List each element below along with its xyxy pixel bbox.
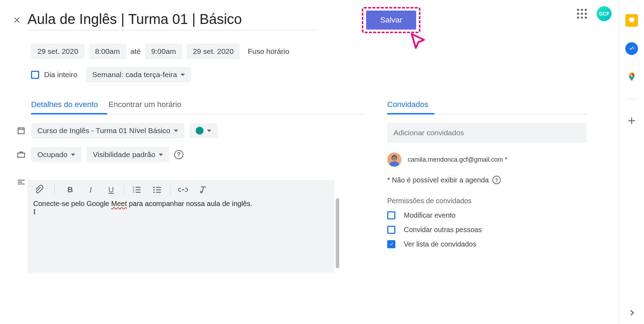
scrollbar[interactable] <box>336 198 339 268</box>
all-day-label: Dia inteiro <box>44 70 78 79</box>
availability-label: Ocupado <box>37 150 67 159</box>
to-label: até <box>130 47 141 56</box>
svg-point-3 <box>153 187 155 188</box>
editor-toolbar: B I U 123 <box>28 180 334 200</box>
description-editor[interactable]: B I U 123 Conecte-se pelo Google Meet pa… <box>28 180 334 273</box>
collapse-panel-icon[interactable] <box>627 308 637 318</box>
calendar-visibility-note: * Não é possível exibir a agenda <box>387 176 489 184</box>
link-icon[interactable] <box>178 185 188 195</box>
start-date-picker[interactable]: 29 set. 2020 <box>31 44 85 59</box>
availability-dropdown[interactable]: Ocupado <box>31 147 81 162</box>
perm-modify-checkbox[interactable] <box>387 211 395 219</box>
calendar-name-label: Curso de Inglês - Turma 01 Nível Básico <box>37 126 170 135</box>
briefcase-icon <box>16 150 26 160</box>
guest-row[interactable]: camila.mendonca.gcf@gmail.com * <box>387 152 587 167</box>
numbered-list-icon[interactable]: 123 <box>132 185 142 195</box>
keep-app-icon[interactable] <box>625 14 638 27</box>
calendar-selector[interactable]: Curso de Inglês - Turma 01 Nível Básico <box>31 123 184 138</box>
description-icon <box>16 177 26 187</box>
perm-seeguests-checkbox[interactable] <box>387 240 395 248</box>
color-swatch <box>196 127 203 135</box>
chevron-down-icon <box>159 154 163 156</box>
guest-permissions-title: Permissões de convidados <box>387 197 587 205</box>
account-avatar[interactable]: GCF <box>597 6 612 21</box>
calendar-color-selector[interactable] <box>189 123 218 138</box>
attach-icon[interactable] <box>34 185 44 195</box>
chevron-down-icon <box>181 74 185 76</box>
perm-invite-label: Convidar outras pessoas <box>404 226 482 234</box>
help-icon[interactable]: ? <box>492 176 501 184</box>
svg-point-9 <box>392 156 396 161</box>
perm-invite-checkbox[interactable] <box>387 226 395 234</box>
clear-format-icon[interactable] <box>199 185 208 195</box>
add-addon-icon[interactable] <box>625 114 638 127</box>
guest-avatar <box>387 152 401 167</box>
timezone-link[interactable]: Fuso horário <box>248 47 289 56</box>
start-time-picker[interactable]: 8:00am <box>89 44 126 59</box>
close-icon[interactable] <box>10 13 24 27</box>
visibility-label: Visibilidade padrão <box>93 150 155 159</box>
tab-find-time[interactable]: Encontrar um horário <box>109 100 182 114</box>
end-time-picker[interactable]: 9:00am <box>145 44 182 59</box>
svg-text:3: 3 <box>133 191 134 194</box>
tab-guests[interactable]: Convidados <box>387 100 428 114</box>
underline-icon[interactable]: U <box>106 185 116 195</box>
tasks-app-icon[interactable] <box>625 42 638 55</box>
bullet-list-icon[interactable] <box>152 185 162 195</box>
maps-app-icon[interactable] <box>625 70 638 83</box>
event-title-input[interactable] <box>28 10 317 30</box>
recurrence-label: Semanal: cada terça-feira <box>92 70 177 79</box>
save-button[interactable]: Salvar <box>366 11 416 30</box>
all-day-checkbox[interactable] <box>31 71 39 79</box>
description-body[interactable]: Conecte-se pelo Google Meet para acompan… <box>28 200 334 273</box>
visibility-dropdown[interactable]: Visibilidade padrão <box>86 147 169 162</box>
calendar-icon <box>16 126 26 136</box>
recurrence-dropdown[interactable]: Semanal: cada terça-feira <box>86 67 191 82</box>
svg-point-5 <box>153 192 155 193</box>
end-date-picker[interactable]: 29 set. 2020 <box>187 44 240 59</box>
google-apps-icon[interactable] <box>576 7 588 20</box>
italic-icon[interactable]: I <box>86 185 96 195</box>
add-guests-input[interactable] <box>387 123 587 143</box>
chevron-down-icon <box>174 130 178 132</box>
help-icon[interactable]: ? <box>174 150 183 159</box>
svg-point-4 <box>153 189 155 191</box>
side-panel <box>619 0 644 324</box>
guest-email: camila.mendonca.gcf@gmail.com * <box>408 156 507 163</box>
text-caret-icon: I <box>33 207 36 216</box>
chevron-down-icon <box>207 130 211 132</box>
bold-icon[interactable]: B <box>65 185 75 195</box>
chevron-down-icon <box>71 154 75 156</box>
perm-seeguests-label: Ver lista de convidados <box>404 240 476 248</box>
tab-event-details[interactable]: Detalhes do evento <box>31 100 98 114</box>
perm-modify-label: Modificar evento <box>404 211 456 219</box>
